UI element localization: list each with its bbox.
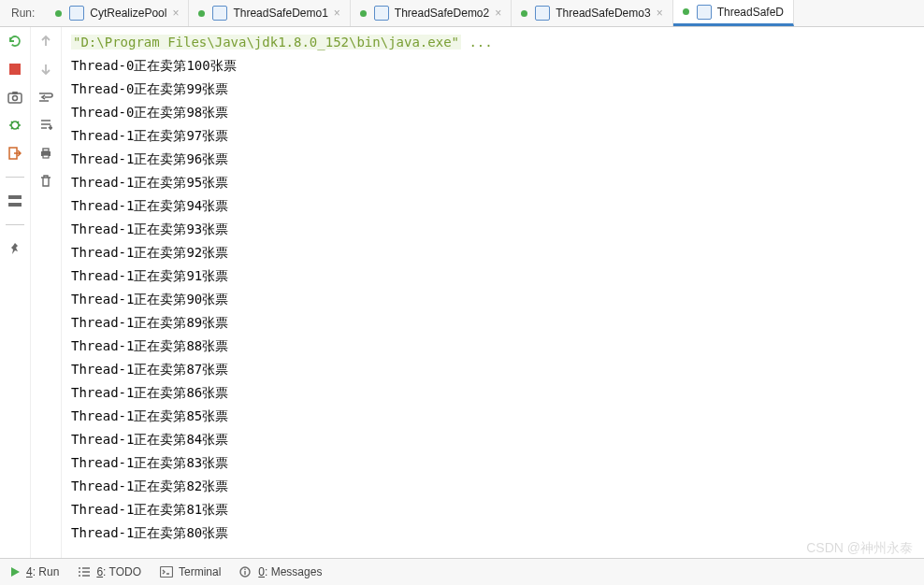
print-icon[interactable] <box>37 145 54 162</box>
run-tab-0[interactable]: CytRealizePool× <box>46 0 189 26</box>
run-tabbar: Run: CytRealizePool×ThreadSafeDemo1×Thre… <box>0 0 924 27</box>
soft-wrap-icon[interactable] <box>37 89 54 106</box>
svg-rect-9 <box>43 149 49 151</box>
run-body: "D:\Program Files\Java\jdk1.8.0_152\bin\… <box>0 27 924 558</box>
svg-rect-13 <box>245 571 246 575</box>
tab-label: ThreadSafeDemo2 <box>395 7 489 20</box>
svg-rect-14 <box>245 569 246 570</box>
run-dot-icon <box>521 10 527 17</box>
exit-icon[interactable] <box>7 145 23 162</box>
console-line: Thread-1正在卖第86张票 <box>71 381 915 405</box>
svg-point-3 <box>13 96 18 101</box>
svg-rect-7 <box>8 203 22 207</box>
class-icon <box>69 6 84 21</box>
close-icon[interactable]: × <box>172 7 179 20</box>
console-line: Thread-0正在卖第98张票 <box>71 101 915 124</box>
left-toolbar-1 <box>0 27 31 558</box>
console-line: Thread-1正在卖第94张票 <box>71 194 915 218</box>
class-icon <box>212 6 227 21</box>
run-tab-3[interactable]: ThreadSafeDemo3× <box>512 0 672 26</box>
camera-icon[interactable] <box>7 89 23 106</box>
terminal-icon <box>160 566 173 578</box>
svg-rect-11 <box>160 567 172 578</box>
bottom-terminal-tab[interactable]: Terminal <box>160 565 221 578</box>
left-toolbar-2 <box>31 27 62 558</box>
tab-label: ThreadSafeDemo1 <box>233 7 327 20</box>
console-line: Thread-1正在卖第90张票 <box>71 288 915 311</box>
up-icon[interactable] <box>37 33 54 50</box>
console-line: Thread-0正在卖第100张票 <box>71 54 915 78</box>
console-line: Thread-1正在卖第85张票 <box>71 405 915 428</box>
command-dots: ... <box>461 35 493 50</box>
class-icon <box>535 6 550 21</box>
console-line: Thread-1正在卖第95张票 <box>71 171 915 194</box>
close-icon[interactable]: × <box>495 7 501 20</box>
run-dot-icon <box>683 8 689 15</box>
run-tab-1[interactable]: ThreadSafeDemo1× <box>189 0 350 26</box>
console-line: Thread-1正在卖第80张票 <box>71 521 915 545</box>
list-icon <box>78 566 91 578</box>
close-icon[interactable]: × <box>334 7 340 20</box>
console-line: Thread-1正在卖第88张票 <box>71 335 915 358</box>
console-line: Thread-1正在卖第89张票 <box>71 311 915 335</box>
bottom-messages-tab[interactable]: 0: Messages <box>239 565 322 578</box>
console-line: Thread-1正在卖第91张票 <box>71 264 915 288</box>
trash-icon[interactable] <box>37 173 54 190</box>
console-line: Thread-1正在卖第87张票 <box>71 358 915 381</box>
console-line: Thread-1正在卖第92张票 <box>71 241 915 264</box>
messages-label: : Messages <box>265 565 322 578</box>
run-tab-2[interactable]: ThreadSafeDemo2× <box>351 0 512 26</box>
console-line: Thread-1正在卖第96张票 <box>71 148 915 171</box>
console-line: Thread-1正在卖第83张票 <box>71 451 915 475</box>
console-line: Thread-1正在卖第93张票 <box>71 218 915 241</box>
tab-label: ThreadSafeDemo3 <box>556 7 650 20</box>
cutoff-line <box>71 545 915 556</box>
bottom-toolbar: 4: Run 6: TODO Terminal 0: Messages <box>0 558 924 585</box>
bottom-run-tab[interactable]: 4: Run <box>9 565 59 578</box>
play-icon <box>9 566 21 578</box>
console-output[interactable]: "D:\Program Files\Java\jdk1.8.0_152\bin\… <box>62 27 924 558</box>
down-icon[interactable] <box>37 61 54 78</box>
console-line: Thread-1正在卖第82张票 <box>71 475 915 498</box>
svg-rect-0 <box>9 64 21 75</box>
pin-icon[interactable] <box>7 240 23 257</box>
console-line: Thread-1正在卖第81张票 <box>71 498 915 521</box>
messages-n: 0 <box>258 565 265 578</box>
bug-stack-icon[interactable] <box>7 117 23 134</box>
class-icon <box>697 5 712 20</box>
run-dot-icon <box>198 10 205 17</box>
java-path: "D:\Program Files\Java\jdk1.8.0_152\bin\… <box>71 35 461 50</box>
svg-rect-2 <box>12 92 18 94</box>
command-line: "D:\Program Files\Java\jdk1.8.0_152\bin\… <box>71 31 915 54</box>
console-line: Thread-1正在卖第97张票 <box>71 124 915 148</box>
class-icon <box>374 6 389 21</box>
watermark: CSDN @神州永泰 <box>806 540 913 557</box>
console-line: Thread-1正在卖第84张票 <box>71 428 915 451</box>
run-dot-icon <box>55 10 62 17</box>
terminal-label: Terminal <box>179 565 221 578</box>
divider <box>6 177 24 178</box>
info-icon <box>239 566 253 578</box>
close-icon[interactable]: × <box>657 7 663 20</box>
layout-icon[interactable] <box>7 193 23 209</box>
svg-rect-10 <box>43 155 49 158</box>
tab-label: ThreadSafeD <box>717 6 784 19</box>
scroll-end-icon[interactable] <box>37 117 54 134</box>
bottom-todo-tab[interactable]: 6: TODO <box>78 565 141 578</box>
svg-rect-6 <box>8 195 22 199</box>
run-tab-4[interactable]: ThreadSafeD <box>673 0 794 26</box>
stop-icon[interactable] <box>7 61 23 78</box>
console-line: Thread-0正在卖第99张票 <box>71 78 915 101</box>
todo-label: : TODO <box>103 565 141 578</box>
svg-rect-1 <box>8 93 22 103</box>
run-n: 4 <box>26 565 33 578</box>
run-dot-icon <box>360 10 367 17</box>
run-label: Run: <box>7 0 46 26</box>
tab-label: CytRealizePool <box>90 7 166 20</box>
divider <box>6 224 24 225</box>
run-label-bottom: : Run <box>33 565 60 578</box>
rerun-icon[interactable] <box>7 33 23 50</box>
